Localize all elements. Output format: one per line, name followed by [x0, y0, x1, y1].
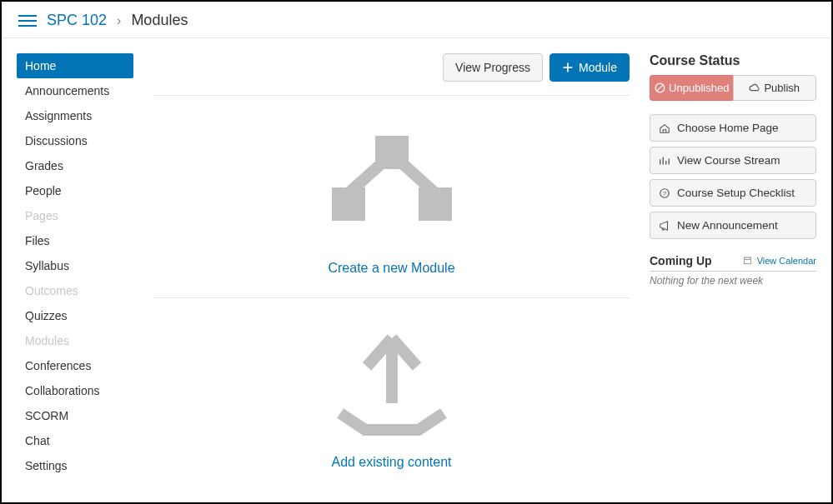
course-nav-sidebar: HomeAnnouncementsAssignmentsDiscussionsG…: [17, 53, 133, 497]
sidebar-item-label: Collaborations: [25, 384, 100, 397]
publish-cloud-icon: [749, 82, 760, 94]
svg-rect-1: [332, 187, 365, 221]
svg-rect-7: [745, 257, 751, 264]
setup-checklist-label: Course Setup Checklist: [677, 187, 795, 199]
sidebar-item-label: Syllabus: [25, 259, 69, 272]
new-announcement-button[interactable]: New Announcement: [650, 212, 816, 239]
publish-button[interactable]: Publish: [733, 75, 817, 101]
plus-icon: [562, 62, 574, 73]
sidebar-item-grades[interactable]: Grades: [17, 153, 133, 178]
course-status-toggle: Unpublished Publish: [650, 75, 816, 101]
empty-state-add-content: Add existing content: [153, 298, 630, 492]
sidebar-item-label: Quizzes: [25, 309, 68, 322]
publish-label: Publish: [764, 82, 800, 94]
empty-state-create-module: Create a new Module: [153, 96, 630, 298]
unpublished-label: Unpublished: [669, 82, 729, 94]
new-announcement-label: New Announcement: [677, 219, 778, 232]
view-course-stream-button[interactable]: View Course Stream: [650, 147, 816, 174]
sidebar-item-label: Grades: [25, 159, 63, 172]
sidebar-item-label: Chat: [25, 434, 50, 447]
view-progress-button[interactable]: View Progress: [443, 53, 543, 82]
view-stream-label: View Course Stream: [677, 154, 780, 167]
sidebar-item-syllabus[interactable]: Syllabus: [17, 253, 133, 278]
breadcrumb-current: Modules: [131, 12, 188, 29]
breadcrumb-separator-icon: ›: [117, 13, 121, 28]
sidebar-item-people[interactable]: People: [17, 178, 133, 203]
coming-up-empty-text: Nothing for the next week: [650, 275, 816, 287]
unpublished-button[interactable]: Unpublished: [650, 75, 733, 101]
sidebar-item-label: Outcomes: [25, 284, 78, 297]
sidebar-item-label: Settings: [25, 459, 68, 472]
sidebar-item-announcements[interactable]: Announcements: [17, 78, 133, 103]
course-setup-checklist-button[interactable]: ? Course Setup Checklist: [650, 179, 816, 207]
sidebar-item-label: Conferences: [25, 359, 91, 372]
sidebar-item-chat[interactable]: Chat: [17, 428, 133, 453]
add-module-button[interactable]: Module: [549, 53, 630, 82]
coming-up-header: Coming Up View Calendar: [650, 254, 816, 272]
sidebar-item-home[interactable]: Home: [17, 53, 133, 78]
svg-rect-2: [419, 187, 452, 221]
choose-home-page-button[interactable]: Choose Home Page: [650, 114, 816, 142]
right-panel: Course Status Unpublished Publish Choo: [650, 53, 816, 497]
checklist-icon: ?: [659, 187, 670, 199]
svg-text:?: ?: [663, 189, 667, 197]
sidebar-item-assignments[interactable]: Assignments: [17, 103, 133, 128]
unpublished-icon: [654, 82, 665, 94]
main-content: View Progress Module Create a new Module: [153, 53, 630, 497]
home-icon: [659, 122, 670, 134]
add-module-label: Module: [579, 61, 617, 74]
sidebar-item-conferences[interactable]: Conferences: [17, 353, 133, 378]
create-module-link[interactable]: Create a new Module: [328, 261, 454, 276]
sidebar-item-settings[interactable]: Settings: [17, 453, 133, 478]
sidebar-item-label: Assignments: [25, 109, 92, 122]
sidebar-item-outcomes[interactable]: Outcomes: [17, 278, 133, 303]
view-calendar-label: View Calendar: [757, 256, 816, 266]
sidebar-item-label: Home: [25, 59, 56, 72]
module-diagram-icon: [317, 121, 467, 246]
choose-home-label: Choose Home Page: [677, 122, 779, 134]
svg-line-4: [656, 85, 662, 91]
sidebar-item-label: SCORM: [25, 409, 68, 422]
sidebar-item-label: Modules: [25, 334, 69, 347]
calendar-icon: [742, 255, 754, 267]
sidebar-item-scorm[interactable]: SCORM: [17, 403, 133, 428]
svg-rect-0: [375, 136, 409, 169]
breadcrumb-course-link[interactable]: SPC 102: [47, 12, 107, 29]
stream-icon: [659, 155, 670, 167]
course-status-title: Course Status: [650, 53, 816, 68]
sidebar-item-label: Pages: [25, 209, 58, 222]
coming-up-title: Coming Up: [650, 254, 712, 267]
content-header: View Progress Module: [153, 53, 630, 96]
breadcrumb-bar: SPC 102 › Modules: [2, 2, 831, 38]
sidebar-item-collaborations[interactable]: Collaborations: [17, 378, 133, 403]
sidebar-item-files[interactable]: Files: [17, 228, 133, 253]
add-existing-content-link[interactable]: Add existing content: [331, 455, 451, 470]
sidebar-item-label: Discussions: [25, 134, 88, 147]
announcement-icon: [659, 220, 670, 232]
sidebar-item-modules[interactable]: Modules: [17, 328, 133, 353]
sidebar-item-label: People: [25, 184, 62, 197]
sidebar-item-label: Files: [25, 234, 50, 247]
upload-arrow-icon: [325, 323, 459, 440]
hamburger-menu-icon[interactable]: [18, 12, 37, 29]
right-actions: Choose Home Page View Course Stream ? Co…: [650, 114, 816, 239]
view-calendar-link[interactable]: View Calendar: [742, 255, 816, 267]
sidebar-item-pages[interactable]: Pages: [17, 203, 133, 228]
sidebar-item-discussions[interactable]: Discussions: [17, 128, 133, 153]
sidebar-item-label: Announcements: [25, 84, 109, 97]
sidebar-item-quizzes[interactable]: Quizzes: [17, 303, 133, 328]
